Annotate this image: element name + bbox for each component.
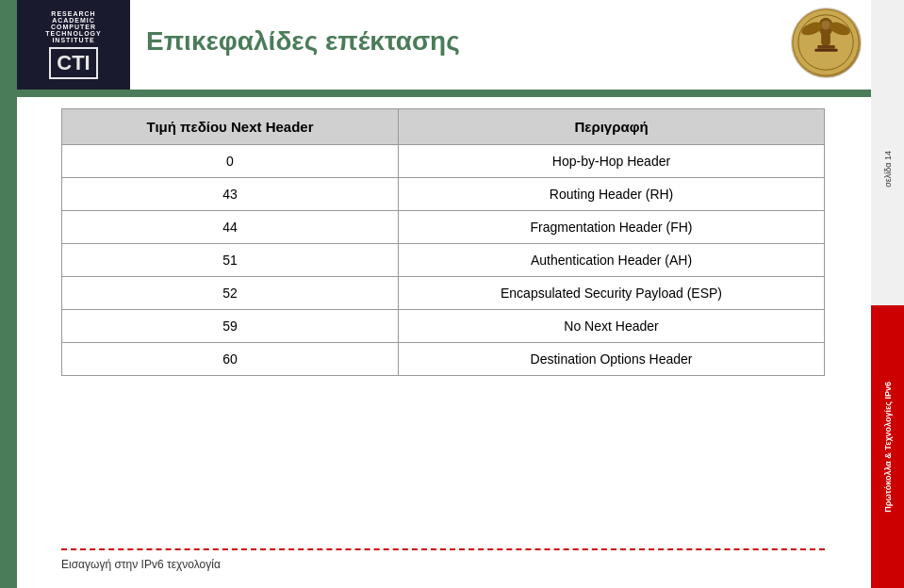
svg-rect-8 [814, 49, 837, 52]
dotted-divider [61, 548, 825, 550]
cell-desc: Destination Options Header [399, 343, 825, 376]
university-logo [791, 8, 866, 83]
table-row: 51Authentication Header (AH) [62, 244, 825, 277]
table-row: 43Routing Header (RH) [62, 178, 825, 211]
cell-desc: No Next Header [399, 310, 825, 343]
logo-text: RESEARCHACADEMICCOMPUTERTECHNOLOGYINSTIT… [45, 10, 101, 43]
content-table-container: Τιμή πεδίου Next Header Περιγραφή 0Hop-b… [61, 108, 853, 376]
page-title: Επικεφαλίδες επέκτασης [146, 26, 460, 57]
svg-rect-7 [817, 45, 834, 49]
sidebar-label: Πρωτόκολλα & Τεχνολογίες IPv6 [883, 382, 893, 513]
cell-desc: Routing Header (RH) [399, 178, 825, 211]
cell-value: 0 [62, 145, 399, 178]
col-header-desc: Περιγραφή [399, 109, 825, 145]
extension-headers-table: Τιμή πεδίου Next Header Περιγραφή 0Hop-b… [61, 108, 825, 376]
cell-value: 51 [62, 244, 399, 277]
cell-value: 59 [62, 310, 399, 343]
cell-desc: Hop-by-Hop Header [399, 145, 825, 178]
red-sidebar: Πρωτόκολλα & Τεχνολογίες IPv6 [871, 305, 904, 588]
cell-value: 60 [62, 343, 399, 376]
svg-point-3 [821, 21, 830, 30]
cell-value: 52 [62, 277, 399, 310]
footer-text: Εισαγωγή στην IPv6 τεχνολογία [61, 558, 221, 571]
cti-logo: RESEARCHACADEMICCOMPUTERTECHNOLOGYINSTIT… [17, 0, 130, 90]
table-row: 60Destination Options Header [62, 343, 825, 376]
table-row: 59No Next Header [62, 310, 825, 343]
cell-desc: Authentication Header (AH) [399, 244, 825, 277]
table-row: 44Fragmentation Header (FH) [62, 211, 825, 244]
cell-value: 44 [62, 211, 399, 244]
cell-desc: Encapsulated Security Payload (ESP) [399, 277, 825, 310]
table-row: 52Encapsulated Security Payload (ESP) [62, 277, 825, 310]
table-row: 0Hop-by-Hop Header [62, 145, 825, 178]
cell-value: 43 [62, 178, 399, 211]
svg-rect-6 [821, 32, 830, 45]
page-number: σελίδα 14 [883, 151, 893, 188]
col-header-value: Τιμή πεδίου Next Header [62, 109, 399, 145]
cell-desc: Fragmentation Header (FH) [399, 211, 825, 244]
top-green-stripe [17, 90, 871, 97]
cti-acronym: CTI [49, 47, 97, 79]
university-emblem [791, 8, 862, 78]
left-bar [0, 0, 17, 588]
